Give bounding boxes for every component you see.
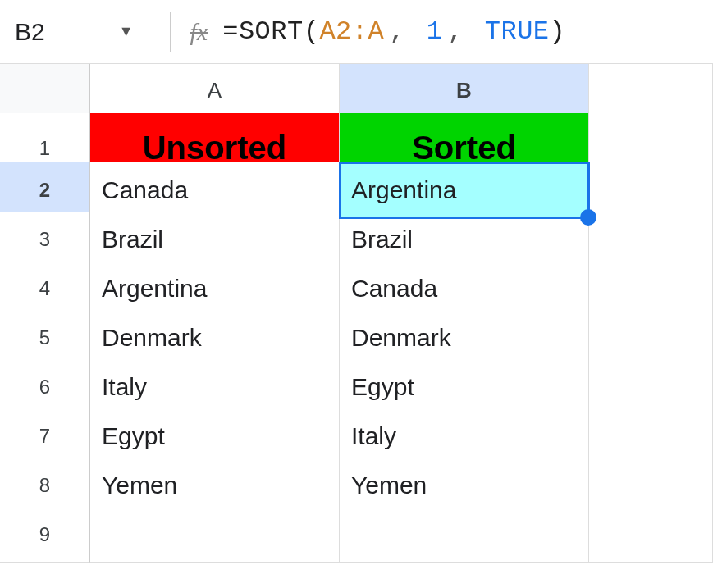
cell-B9[interactable]: [340, 507, 589, 563]
formula-comma1: ,: [389, 16, 405, 47]
spreadsheet-grid[interactable]: A B 1 Unsorted Sorted 2 Canada Argentina…: [0, 64, 713, 556]
formula-fn: SORT: [239, 16, 304, 47]
cell-A2[interactable]: Canada: [90, 162, 340, 218]
divider: [170, 12, 171, 52]
cell-A7[interactable]: Egypt: [90, 408, 340, 464]
cell-C3[interactable]: [589, 212, 713, 267]
dropdown-icon[interactable]: ▼: [119, 23, 134, 40]
col-header-B[interactable]: B: [340, 64, 589, 118]
cell-B2[interactable]: Argentina: [340, 162, 589, 218]
formula-num: 1: [427, 16, 443, 47]
cell-C6[interactable]: [589, 359, 713, 415]
cell-B6[interactable]: Egypt: [340, 359, 589, 415]
formula-input[interactable]: = SORT ( A2:A , 1 , TRUE ): [222, 16, 565, 47]
cell-A8[interactable]: Yemen: [90, 458, 340, 513]
row-header-5[interactable]: 5: [0, 310, 90, 366]
selection-handle[interactable]: [580, 209, 596, 226]
formula-eq: =: [222, 16, 239, 47]
formula-bar-row: B2 ▼ fx = SORT ( A2:A , 1 , TRUE ): [0, 0, 713, 64]
select-all-corner[interactable]: [0, 64, 90, 118]
formula-bool: TRUE: [485, 16, 550, 47]
row-header-6[interactable]: 6: [0, 359, 90, 415]
row-header-7[interactable]: 7: [0, 408, 90, 464]
cell-B7[interactable]: Italy: [340, 408, 589, 464]
cell-A4[interactable]: Argentina: [90, 261, 340, 317]
name-box[interactable]: B2 ▼: [15, 18, 150, 46]
cell-A3[interactable]: Brazil: [90, 212, 340, 267]
row-header-2[interactable]: 2: [0, 162, 90, 218]
formula-range: A2:A: [319, 16, 384, 47]
col-header-C[interactable]: [589, 64, 713, 118]
cell-C8[interactable]: [589, 458, 713, 513]
formula-rparen: ): [550, 16, 566, 47]
cell-B2-value: Argentina: [351, 176, 456, 204]
cell-C5[interactable]: [589, 310, 713, 366]
cell-C2[interactable]: [589, 162, 713, 218]
row-header-4[interactable]: 4: [0, 261, 90, 317]
formula-comma2: ,: [447, 16, 464, 47]
cell-B8[interactable]: Yemen: [340, 458, 589, 513]
row-header-3[interactable]: 3: [0, 212, 90, 267]
row-header-9[interactable]: 9: [0, 507, 90, 563]
formula-lparen: (: [304, 16, 320, 47]
cell-B5[interactable]: Denmark: [340, 310, 589, 366]
cell-B3[interactable]: Brazil: [340, 212, 589, 267]
cell-A6[interactable]: Italy: [90, 359, 340, 415]
row-header-8[interactable]: 8: [0, 458, 90, 513]
cell-C4[interactable]: [589, 261, 713, 317]
cell-B4[interactable]: Canada: [340, 261, 589, 317]
fx-icon: fx: [190, 18, 208, 46]
cell-C7[interactable]: [589, 408, 713, 464]
cell-A9[interactable]: [90, 507, 340, 563]
cell-A5[interactable]: Denmark: [90, 310, 340, 366]
col-header-A[interactable]: A: [90, 64, 340, 118]
cell-C9[interactable]: [589, 507, 713, 563]
name-box-value: B2: [15, 18, 45, 46]
